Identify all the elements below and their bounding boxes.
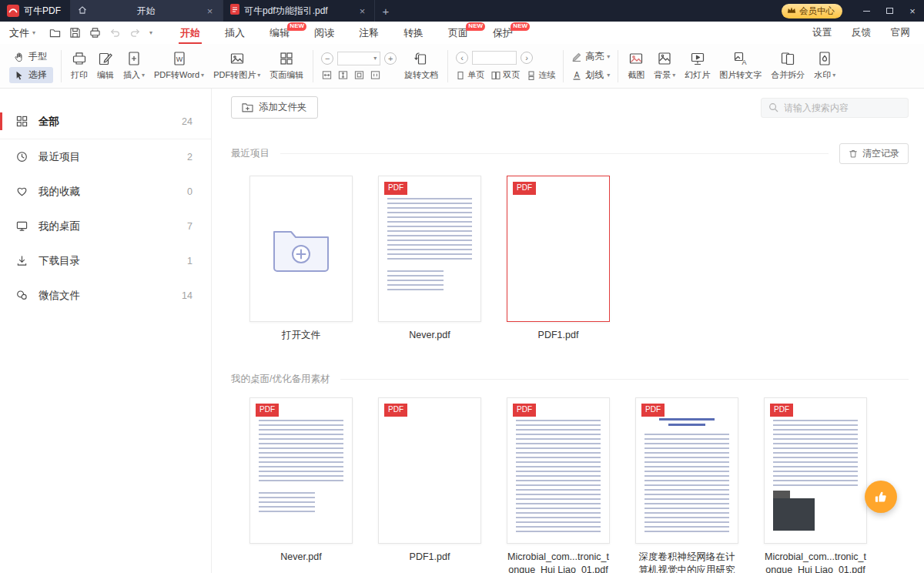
chevron-down-icon: ▾ (607, 54, 610, 60)
chevron-down-icon: ▾ (672, 72, 675, 79)
file-menu[interactable]: 文件 ▾ (9, 26, 35, 40)
website-button[interactable]: 官网 (891, 26, 910, 39)
vip-member-button[interactable]: 会员中心 (782, 4, 842, 18)
pdf-thumb[interactable]: PDF (507, 176, 610, 322)
hand-tool-button[interactable]: 手型 (9, 49, 53, 65)
sidebar-item-count: 0 (187, 186, 192, 197)
highlight-button[interactable]: 高亮 ▾ (571, 50, 610, 63)
rotate-document-button[interactable]: 旋转文档 (400, 46, 443, 86)
single-page-view-button[interactable]: 单页 (456, 69, 484, 81)
undo-icon[interactable] (109, 27, 121, 39)
maximize-button[interactable] (878, 0, 901, 22)
image-to-text-button[interactable]: A 图片转文字 (715, 46, 766, 86)
page-edit-button[interactable]: 页面编辑 (265, 46, 308, 86)
sidebar-item-all[interactable]: 全部 24 (0, 104, 211, 139)
image-icon (229, 51, 245, 66)
settings-button[interactable]: 设置 (812, 26, 832, 39)
open-file-button[interactable] (49, 27, 61, 39)
pdf-badge: PDF (641, 404, 665, 417)
close-button[interactable]: × (901, 0, 924, 22)
zoom-out-button[interactable]: − (321, 52, 333, 65)
sidebar-item-recent[interactable]: 最近项目 2 (0, 139, 211, 174)
section-title: 我的桌面/优化备用素材 (231, 373, 330, 386)
pdf-card[interactable]: PDF 深度卷积神经网络在计算机视觉中的应用研究综述_卢宏... (635, 397, 738, 573)
ribbon-tab-protect[interactable]: 保护NEW (480, 22, 525, 44)
ribbon-tab-start[interactable]: 开始 (168, 22, 213, 44)
pdf-card-selected[interactable]: PDF PDF1.pdf (507, 176, 610, 342)
double-page-view-button[interactable]: 双页 (491, 69, 520, 81)
fit-width-icon[interactable] (322, 70, 332, 80)
tab-close-icon[interactable]: × (205, 5, 215, 17)
search-box[interactable] (761, 98, 909, 118)
clear-records-button[interactable]: 清空记录 (839, 143, 909, 164)
screenshot-button[interactable]: 截图 (623, 46, 649, 86)
sidebar-item-favorites[interactable]: 我的收藏 0 (0, 174, 211, 209)
insert-page-icon (126, 51, 142, 66)
sidebar-item-wechat[interactable]: 微信文件 14 (0, 278, 211, 313)
insert-button[interactable]: 插入▾ (119, 46, 149, 86)
pdf-thumb[interactable]: PDF (764, 397, 867, 544)
watermark-icon (817, 51, 832, 66)
zoom-in-button[interactable]: + (384, 52, 397, 65)
ribbon-tab-label: 开始 (180, 27, 200, 39)
fit-height-icon[interactable] (338, 70, 348, 80)
ribbon-tab-read[interactable]: 阅读 (302, 22, 346, 44)
tab-document[interactable]: 可牛pdf功能指引.pdf × (223, 0, 375, 22)
merge-split-button[interactable]: 合并拆分 (766, 46, 809, 86)
ribbon-tab-insert[interactable]: 插入 (213, 22, 257, 44)
feedback-button[interactable]: 反馈 (852, 26, 871, 39)
background-button[interactable]: 背景▾ (649, 46, 680, 86)
zoom-level-select[interactable]: ▾ (337, 52, 380, 65)
pdf-card[interactable]: PDF PDF1.pdf (378, 397, 481, 573)
open-file-card[interactable]: 打开文件 (249, 176, 353, 342)
double-page-icon (491, 71, 500, 80)
card-label: PDF1.pdf (507, 329, 610, 342)
page-number-input[interactable] (472, 51, 517, 65)
underline-button[interactable]: A 划线 ▾ (571, 69, 610, 82)
pencil-icon (98, 51, 113, 66)
sidebar-item-count: 7 (187, 221, 192, 232)
pdf-card[interactable]: PDF Never.pdf (378, 176, 481, 342)
sidebar-item-label: 我的收藏 (38, 185, 187, 199)
actual-size-icon[interactable] (370, 70, 380, 80)
sidebar-item-downloads[interactable]: 下载目录 1 (0, 243, 211, 278)
open-file-thumb[interactable] (249, 176, 353, 322)
ribbon-tab-annotate[interactable]: 注释 (346, 22, 391, 44)
save-button[interactable] (69, 27, 81, 39)
select-tool-button[interactable]: 选择 (9, 67, 53, 83)
fit-page-icon[interactable] (354, 70, 364, 80)
sidebar-item-desktop[interactable]: 我的桌面 7 (0, 209, 211, 243)
pdf-thumb[interactable]: PDF (378, 397, 481, 544)
ribbon-tab-page[interactable]: 页面NEW (436, 22, 480, 44)
pdf-card[interactable]: PDF Never.pdf (249, 397, 353, 573)
redo-icon[interactable] (129, 27, 141, 39)
edit-button[interactable]: 编辑 (92, 46, 119, 86)
pdf-thumb[interactable]: PDF (378, 176, 481, 322)
tab-close-icon[interactable]: × (357, 5, 367, 17)
thumb-text-lines (644, 434, 729, 532)
pdf-card[interactable]: PDF Microbial_com...tronic_tongue_Hui Li… (764, 397, 867, 573)
watermark-button[interactable]: 水印▾ (809, 46, 840, 86)
next-page-button[interactable]: › (521, 52, 533, 64)
pdf-to-word-button[interactable]: W PDF转Word▾ (149, 46, 209, 86)
like-fab-button[interactable] (865, 481, 897, 513)
ribbon-tab-edit[interactable]: 编辑NEW (257, 22, 302, 44)
card-label: PDF1.pdf (378, 551, 481, 564)
pdf-to-image-button[interactable]: PDF转图片▾ (209, 46, 265, 86)
previous-page-button[interactable]: ‹ (456, 52, 468, 64)
new-tab-button[interactable]: + (375, 5, 397, 18)
add-folder-button[interactable]: 添加文件夹 (231, 96, 318, 119)
pdf-thumb[interactable]: PDF (507, 397, 610, 544)
tab-home[interactable]: 开始 × (70, 0, 223, 22)
customize-toolbar-icon[interactable]: ▾ (149, 30, 152, 36)
pdf-thumb[interactable]: PDF (635, 397, 738, 544)
slideshow-button[interactable]: 幻灯片 (680, 46, 715, 86)
search-input[interactable] (784, 102, 901, 113)
ribbon-tab-convert[interactable]: 转换 (391, 22, 436, 44)
print-button[interactable]: 打印 (66, 46, 92, 86)
print-button[interactable] (89, 27, 101, 39)
pdf-thumb[interactable]: PDF (249, 397, 353, 544)
continuous-view-button[interactable]: 连续 (527, 69, 555, 81)
pdf-card[interactable]: PDF Microbial_com...tronic_tongue_Hui Li… (507, 397, 610, 573)
minimize-button[interactable] (855, 0, 878, 22)
